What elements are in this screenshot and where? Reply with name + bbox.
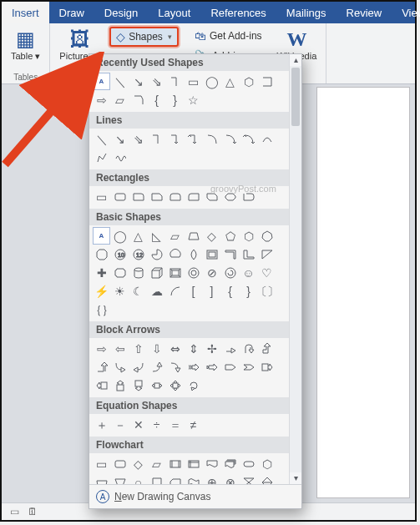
shape-eq-eq[interactable]: ＝ [166, 416, 184, 433]
shape-lbracket[interactable] [258, 73, 276, 90]
tab-design[interactable]: Design [94, 2, 148, 23]
shape-flow-tape[interactable] [185, 473, 202, 484]
shape-basic-oval[interactable]: ◯ [111, 227, 129, 245]
shape-arrow-circ[interactable] [185, 376, 202, 394]
shapes-button[interactable]: ◇ Shapes ▾ [109, 27, 179, 47]
shape-arrow-callout-u[interactable] [111, 376, 129, 394]
shape-basic-smile[interactable]: ☺ [240, 264, 257, 281]
shape-arrow-callout-d[interactable] [129, 376, 147, 394]
shape-rect-8[interactable] [221, 188, 239, 205]
shape-scribble[interactable] [111, 149, 129, 166]
shape-basic-trap[interactable] [185, 227, 202, 245]
scroll-thumb[interactable] [291, 68, 300, 126]
shape-basic-donut[interactable] [185, 264, 202, 281]
shape-basic-plaque[interactable] [111, 264, 129, 281]
shape-basic-pent[interactable]: ⬠ [221, 227, 239, 245]
shape-flow-data[interactable]: ▱ [148, 455, 165, 472]
tab-review[interactable]: Review [337, 2, 392, 23]
shape-flow-collate[interactable] [240, 473, 257, 484]
shape-basic-sun[interactable]: ☀ [111, 282, 129, 300]
shape-basic-bevel[interactable] [166, 264, 184, 281]
tab-references[interactable]: References [200, 2, 276, 23]
shape-parallel[interactable]: ▱ [111, 91, 129, 109]
scroll-down-icon[interactable]: ▾ [290, 472, 301, 484]
shape-basic-l[interactable] [240, 245, 257, 263]
shape-line-6[interactable] [185, 130, 202, 148]
shape-flow-sum[interactable]: ⊕ [203, 473, 220, 484]
shape-arrow-curved-u[interactable] [148, 358, 165, 376]
shape-line-2[interactable]: ↘ [111, 130, 129, 148]
shape-rarrow[interactable]: ⇨ [93, 91, 110, 109]
shape-ellipse[interactable]: ◯ [203, 73, 220, 90]
shape-eq-neq[interactable]: ≠ [185, 416, 202, 433]
shape-basic-para[interactable]: ▱ [166, 227, 184, 245]
shape-basic-can[interactable] [129, 264, 147, 281]
shape-line-4[interactable] [148, 130, 165, 148]
shape-rect-6[interactable] [185, 188, 202, 205]
shape-flow-conn[interactable]: ○ [129, 473, 147, 484]
shape-flow-prep[interactable]: ⬡ [258, 455, 276, 472]
shape-rect-9[interactable] [240, 188, 257, 205]
shape-arrow-ud[interactable]: ⇕ [185, 340, 202, 357]
shape-flow-alt[interactable] [111, 455, 129, 472]
shape-flow-predef[interactable] [166, 455, 184, 472]
shape-rbrace[interactable]: } [166, 91, 184, 109]
shape-eq-mult[interactable]: ✕ [129, 416, 147, 433]
shape-arrow-l[interactable]: ⇦ [111, 340, 129, 357]
shape-basic-hex[interactable]: ⬡ [240, 227, 257, 245]
shape-freeform[interactable] [93, 149, 110, 166]
shape-lbrace[interactable]: { [148, 91, 165, 109]
shape-arrow-lup[interactable] [258, 340, 276, 357]
shape-flow-or[interactable]: ⊗ [221, 473, 239, 484]
shape-hex[interactable]: ⬡ [240, 73, 257, 90]
shape-eq-minus[interactable]: － [111, 416, 129, 433]
shape-arrow-curved-l[interactable] [129, 358, 147, 376]
shape-eq-plus[interactable]: ＋ [93, 416, 110, 433]
scroll-up-icon[interactable]: ▴ [290, 54, 301, 66]
shape-arrow-callout-r[interactable] [258, 358, 276, 376]
shape-arrow-bentup[interactable] [93, 358, 110, 376]
shape-line-3[interactable]: ⇘ [129, 130, 147, 148]
shape-arrow-d[interactable]: ⇩ [148, 340, 165, 357]
shape-basic-halfframe[interactable] [221, 245, 239, 263]
shape-basic-diamond[interactable]: ◇ [203, 227, 220, 245]
shape-rect-1[interactable]: ▭ [93, 188, 110, 205]
shape-basic-tri[interactable]: △ [129, 227, 147, 245]
shape-basic-heart[interactable]: ♡ [258, 264, 276, 281]
shape-flow-card[interactable] [166, 473, 184, 484]
shape-flow-sort[interactable] [258, 473, 276, 484]
shape-rect-7[interactable] [203, 188, 220, 205]
shape-basic-block[interactable] [221, 264, 239, 281]
tab-insert[interactable]: Insert [2, 2, 49, 23]
shape-basic-bracket-l[interactable]: [ [185, 282, 202, 300]
shape-basic-dodec[interactable]: 12 [129, 245, 147, 263]
shape-basic-pie[interactable] [148, 245, 165, 263]
shape-arrow-lr[interactable]: ⇔ [166, 340, 184, 357]
shape-rect-4[interactable] [148, 188, 165, 205]
shape-line-9[interactable] [240, 130, 257, 148]
shape-line-1[interactable]: ＼ [93, 130, 110, 148]
shape-flow-proc[interactable]: ▭ [93, 455, 110, 472]
shape-arrow-r[interactable]: ⇨ [93, 340, 110, 357]
shape-rect[interactable]: ▭ [185, 73, 202, 90]
shape-curve[interactable] [258, 130, 276, 148]
shape-rect-5[interactable] [166, 188, 184, 205]
shape-basic-oct[interactable] [93, 245, 110, 263]
shape-elbow[interactable] [166, 73, 184, 90]
shape-basic-hept[interactable] [258, 227, 276, 245]
shape-arrow-curved-r[interactable] [111, 358, 129, 376]
shape-rect-3[interactable] [129, 188, 147, 205]
shape-basic-brace-l[interactable]: { [221, 282, 239, 300]
shape-arrow-callout-quad[interactable] [166, 376, 184, 394]
shape-basic-arc[interactable] [166, 282, 184, 300]
get-addins-button[interactable]: 🛍 Get Add-ins [189, 27, 268, 45]
shape-basic-cube[interactable] [148, 264, 165, 281]
shape-basic-diag[interactable] [258, 245, 276, 263]
shape-line-double[interactable]: ⇘ [148, 73, 165, 90]
shape-basic-textbox[interactable]: A [93, 227, 110, 245]
shape-basic-dbl-bracket[interactable]: 〔〕 [258, 282, 276, 300]
shape-line-7[interactable] [203, 130, 220, 148]
shape-basic-rtri[interactable]: ◺ [148, 227, 165, 245]
shape-basic-chord[interactable] [166, 245, 184, 263]
shape-basic-moon[interactable]: ☾ [129, 282, 147, 300]
